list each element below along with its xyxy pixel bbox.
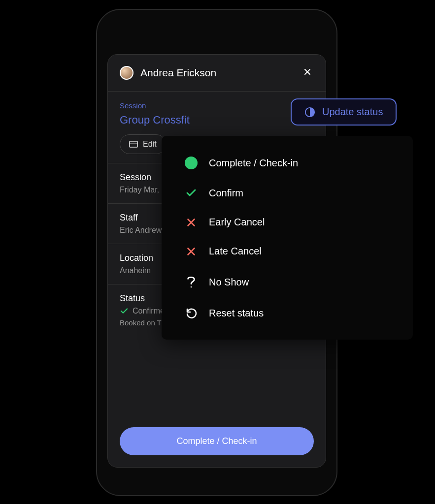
status-option-label: Reset status (209, 308, 264, 319)
session-name[interactable]: Group Crossfit (120, 114, 314, 126)
x-icon (181, 246, 201, 257)
status-option-complete[interactable]: Complete / Check-in (171, 148, 403, 178)
modal-header: Andrea Erickson (108, 55, 326, 92)
dot-green-icon (181, 157, 201, 169)
status-dropdown: Complete / Check-in Confirm Early Cancel… (162, 136, 413, 340)
status-option-label: Confirm (209, 188, 243, 199)
status-option-label: No Show (209, 277, 249, 288)
card-icon (129, 141, 138, 148)
half-circle-icon (304, 107, 315, 118)
status-value: Confirme (133, 307, 165, 315)
status-option-confirm[interactable]: Confirm (171, 178, 403, 208)
status-option-no-show[interactable]: No Show (171, 266, 403, 298)
check-icon (120, 307, 129, 315)
status-option-late-cancel[interactable]: Late Cancel (171, 237, 403, 266)
complete-checkin-button[interactable]: Complete / Check-in (120, 427, 314, 455)
status-option-label: Complete / Check-in (209, 158, 298, 169)
x-icon (181, 217, 201, 228)
svg-rect-2 (130, 141, 138, 147)
svg-point-9 (191, 286, 192, 288)
status-option-label: Late Cancel (209, 246, 262, 257)
status-option-label: Early Cancel (209, 217, 265, 228)
edit-button[interactable]: Edit (120, 134, 166, 154)
status-option-reset[interactable]: Reset status (171, 298, 403, 328)
edit-label: Edit (143, 140, 157, 149)
check-icon (181, 187, 201, 199)
update-status-label: Update status (322, 106, 383, 118)
close-icon (303, 67, 312, 76)
session-label: Session (120, 101, 314, 110)
update-status-button[interactable]: Update status (291, 98, 397, 126)
close-button[interactable] (301, 65, 314, 80)
user-name: Andrea Erickson (140, 67, 301, 79)
reset-icon (181, 307, 201, 319)
avatar[interactable] (120, 66, 134, 80)
question-icon (181, 275, 201, 289)
status-option-early-cancel[interactable]: Early Cancel (171, 208, 403, 237)
